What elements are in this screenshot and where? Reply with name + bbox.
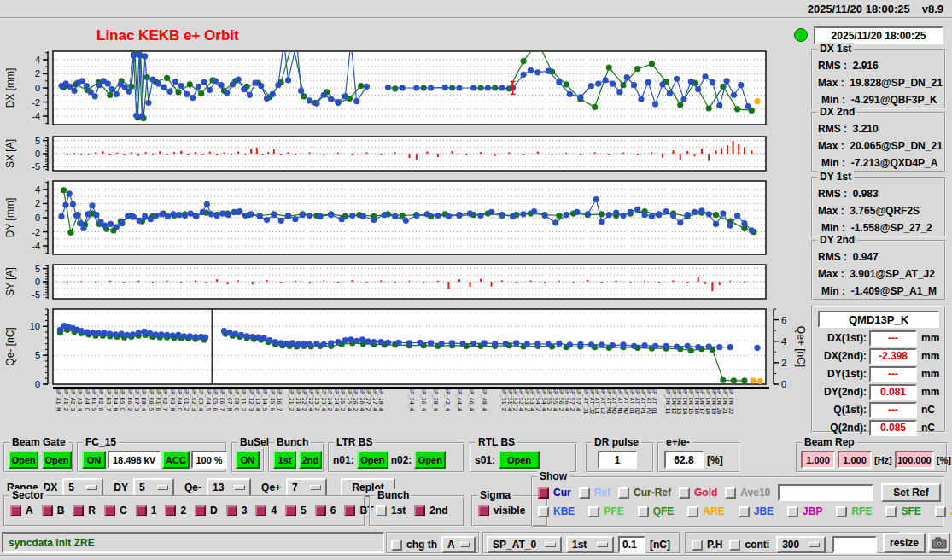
fc15-acc-button[interactable]: ACC bbox=[162, 451, 190, 469]
busel-group: BuSel ON bbox=[231, 442, 265, 473]
bunch-checkbox-group: Bunch 1st2nd bbox=[369, 495, 464, 527]
interval-dropdown[interactable]: 300 bbox=[776, 536, 826, 553]
show-group: Show CurRefCur-RefGoldAve10 Set Ref KBEP… bbox=[531, 476, 944, 528]
svg-text:SP_C3_4: SP_C3_4 bbox=[197, 388, 204, 411]
svg-text:SP_22_4: SP_22_4 bbox=[307, 388, 314, 411]
show-checkbox-jbp[interactable]: JBP bbox=[787, 505, 822, 517]
svg-text:SP_36_4: SP_36_4 bbox=[420, 388, 427, 411]
status-bar: syncdata init ZRE chg th A SP_AT_0 1st 0… bbox=[0, 531, 952, 555]
range-qep-dropdown[interactable]: 7 bbox=[286, 478, 327, 497]
sector-a-dropdown[interactable]: A bbox=[441, 536, 476, 553]
show-checkbox-cur-ref[interactable]: Cur-Ref bbox=[618, 487, 671, 499]
plot-area: 420-2-4DX [mm]50-5SX [A]420-2-4DY [mm]50… bbox=[0, 19, 809, 440]
range-row: Range DX 5 DY 5 Qe- 13 Qe+ 7 Replot bbox=[7, 478, 395, 497]
checkbox-label: ARE bbox=[703, 505, 724, 517]
show-checkbox-sfe[interactable]: SFE bbox=[885, 505, 920, 517]
svg-text:-2: -2 bbox=[32, 227, 40, 237]
sector-checkbox-2[interactable]: 2 bbox=[165, 505, 186, 516]
titlebar-version: v8.9 bbox=[922, 3, 943, 15]
ltr-n01-open-button[interactable]: Open bbox=[357, 451, 388, 469]
sector-checkbox-4[interactable]: 4 bbox=[255, 505, 277, 516]
bpm-select-dropdown[interactable]: SP_AT_0 bbox=[487, 536, 562, 553]
interval-entry[interactable] bbox=[832, 536, 877, 553]
checkbox-indicator bbox=[618, 487, 629, 499]
dr-pulse-field[interactable]: 1 bbox=[598, 451, 637, 469]
bunch-select-dropdown[interactable]: 1st bbox=[566, 536, 614, 553]
svg-text:SP_44_4: SP_44_4 bbox=[456, 388, 463, 411]
range-dy-dropdown[interactable]: 5 bbox=[133, 478, 174, 497]
beam-gate-open-2[interactable]: Open bbox=[42, 451, 72, 469]
monitor-row: DX(2nd):-2.398mm bbox=[816, 347, 941, 365]
svg-text:SP_R1_6: SP_R1_6 bbox=[155, 388, 161, 411]
svg-text:SP_15_6: SP_15_6 bbox=[269, 388, 276, 411]
bunch-1st-button[interactable]: 1st bbox=[273, 451, 296, 469]
beam-gate-group: Beam Gate Open Open bbox=[3, 442, 73, 473]
sector-checkbox-r[interactable]: R bbox=[73, 505, 96, 516]
threshold-field[interactable]: 0.1 bbox=[618, 536, 645, 553]
show-checkbox-kbe[interactable]: KBE bbox=[538, 505, 575, 517]
busel-on-button[interactable]: ON bbox=[236, 451, 260, 469]
show-checkbox-zre[interactable]: ZRE bbox=[935, 505, 952, 517]
svg-text:SP_B3_7: SP_B3_7 bbox=[105, 388, 112, 411]
set-ref-button[interactable]: Set Ref bbox=[881, 483, 941, 502]
beam-gate-open-1[interactable]: Open bbox=[9, 451, 38, 469]
sector-checkbox-1[interactable]: 1 bbox=[136, 505, 157, 516]
sigma-checkbox-visible[interactable]: visible bbox=[478, 505, 525, 516]
bpm-name-field[interactable]: QMD13P_K bbox=[818, 311, 939, 328]
range-dy-label: DY bbox=[114, 481, 128, 493]
show-checkbox-are[interactable]: ARE bbox=[687, 505, 724, 517]
fc15-percent-field[interactable]: 100 % bbox=[191, 451, 227, 469]
show-checkbox-cur[interactable]: Cur bbox=[538, 487, 571, 499]
svg-text:0: 0 bbox=[781, 379, 786, 389]
chg-th-checkbox[interactable]: chg th bbox=[391, 539, 437, 551]
stats-dx-1st: DX 1st RMS : 2.916 Max : 19.828@SP_DN_21… bbox=[811, 49, 946, 109]
screenshot-button[interactable] bbox=[928, 533, 950, 553]
show-checkbox-rfe[interactable]: RFE bbox=[836, 505, 872, 517]
svg-text:SP_26_4: SP_26_4 bbox=[359, 388, 365, 411]
svg-text:0: 0 bbox=[35, 213, 40, 223]
bunch-checkbox-1st[interactable]: 1st bbox=[376, 505, 406, 516]
conti-checkbox[interactable]: conti bbox=[729, 539, 769, 551]
range-qep-label: Qe+ bbox=[261, 481, 281, 493]
stats-dy-2nd: DY 2nd RMS : 0.947 Max : 3.901@SP_AT_J2 … bbox=[811, 240, 946, 300]
svg-text:SP_C6_7: SP_C6_7 bbox=[219, 388, 225, 411]
svg-text:SP_B5_C: SP_B5_C bbox=[119, 388, 126, 411]
dr-pulse-group: DR pulse 1 bbox=[586, 442, 654, 473]
svg-text:SP_R4_C: SP_R4_C bbox=[176, 388, 183, 411]
svg-text:SP_22_2: SP_22_2 bbox=[301, 388, 307, 411]
show-checkbox-ref[interactable]: Ref bbox=[579, 487, 610, 499]
sector-checkbox-3[interactable]: 3 bbox=[226, 505, 248, 516]
show-checkbox-ave10[interactable]: Ave10 bbox=[725, 487, 770, 499]
checkbox-indicator bbox=[478, 505, 489, 516]
epe-ratio-field[interactable]: 62.8 bbox=[664, 451, 704, 469]
sector-checkbox-d[interactable]: D bbox=[195, 505, 218, 516]
ph-checkbox[interactable]: P.H bbox=[692, 539, 722, 551]
checkbox-label: 4 bbox=[271, 505, 277, 516]
fc15-kv-field[interactable]: 18.498 kV bbox=[108, 451, 161, 469]
rtl-s01-open-button[interactable]: Open bbox=[499, 451, 540, 469]
bunch-2nd-button[interactable]: 2nd bbox=[299, 451, 322, 469]
range-dx-dropdown[interactable]: 5 bbox=[62, 478, 103, 497]
svg-text:SP_C4_5: SP_C4_5 bbox=[205, 388, 212, 411]
nc-unit-label: [nC] bbox=[650, 539, 670, 551]
show-checkbox-jbe[interactable]: JBE bbox=[739, 505, 774, 517]
sector-checkbox-6[interactable]: 6 bbox=[315, 505, 336, 516]
show-checkbox-gold[interactable]: Gold bbox=[679, 487, 717, 499]
range-qem-dropdown[interactable]: 13 bbox=[207, 478, 251, 497]
fc15-on-button[interactable]: ON bbox=[82, 451, 106, 469]
show-checkbox-pfe[interactable]: PFE bbox=[588, 505, 623, 517]
sector-checkbox-b[interactable]: B bbox=[42, 505, 65, 516]
sector-checkbox-a[interactable]: A bbox=[10, 505, 33, 516]
checkbox-indicator bbox=[73, 505, 84, 516]
svg-text:SP_27_2: SP_27_2 bbox=[365, 388, 371, 411]
svg-text:0: 0 bbox=[35, 149, 40, 159]
sector-checkbox-c[interactable]: C bbox=[104, 505, 127, 516]
monitor-row: Q(1st):---nC bbox=[816, 401, 941, 418]
resize-button[interactable]: resize bbox=[883, 533, 926, 553]
ref-name-input[interactable] bbox=[778, 484, 873, 501]
checkbox-indicator bbox=[376, 505, 387, 516]
sector-checkbox-5[interactable]: 5 bbox=[285, 505, 307, 516]
bunch-checkbox-2nd[interactable]: 2nd bbox=[414, 505, 447, 516]
show-checkbox-qfe[interactable]: QFE bbox=[638, 505, 675, 517]
ltr-n02-open-button[interactable]: Open bbox=[414, 451, 446, 469]
